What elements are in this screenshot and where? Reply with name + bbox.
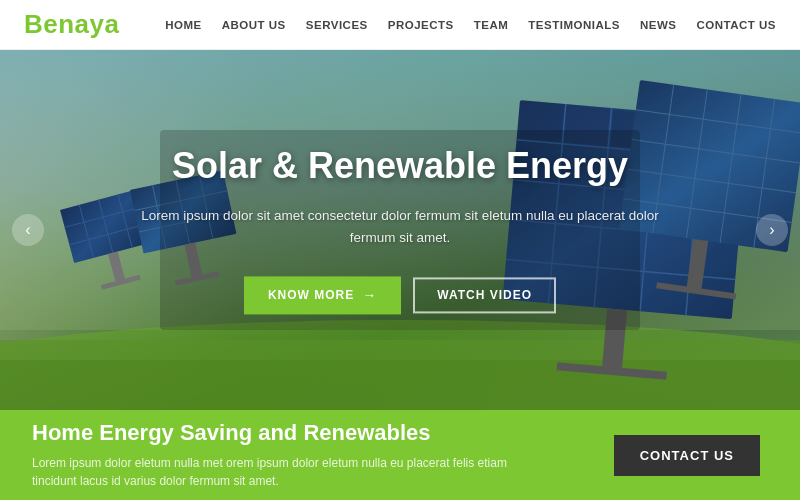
nav-item-news[interactable]: NEWS xyxy=(640,19,677,31)
hero-buttons: KNOW MORE → WATCH VIDEO xyxy=(140,277,660,315)
nav-item-contact[interactable]: CONTACT US xyxy=(696,19,776,31)
header: Benaya HOME ABOUT US SERVICES PROJECTS T… xyxy=(0,0,800,50)
carousel-prev-button[interactable]: ‹ xyxy=(12,214,44,246)
hero-description: Lorem ipsum dolor sit amet consectetur d… xyxy=(140,205,660,248)
hero-section: Solar & Renewable Energy Lorem ipsum dol… xyxy=(0,50,800,410)
contact-us-button[interactable]: CONTACT US xyxy=(614,435,760,476)
nav-item-team[interactable]: TEAM xyxy=(474,19,509,31)
logo[interactable]: Benaya xyxy=(24,9,120,40)
nav-item-about[interactable]: ABOUT US xyxy=(222,19,286,31)
bottom-description: Lorem ipsum dolor eletum nulla met orem … xyxy=(32,454,552,490)
bottom-title: Home Energy Saving and Renewables xyxy=(32,420,614,446)
bottom-text-area: Home Energy Saving and Renewables Lorem … xyxy=(32,420,614,490)
know-more-button[interactable]: KNOW MORE → xyxy=(244,277,401,315)
nav-item-services[interactable]: SERVICES xyxy=(306,19,368,31)
nav: HOME ABOUT US SERVICES PROJECTS TEAM TES… xyxy=(165,19,776,31)
bottom-section: Home Energy Saving and Renewables Lorem … xyxy=(0,410,800,500)
arrow-right-icon: → xyxy=(362,288,377,304)
nav-item-home[interactable]: HOME xyxy=(165,19,202,31)
nav-item-testimonials[interactable]: TESTIMONIALS xyxy=(528,19,620,31)
carousel-next-button[interactable]: › xyxy=(756,214,788,246)
nav-item-projects[interactable]: PROJECTS xyxy=(388,19,454,31)
watch-video-button[interactable]: WATCH VIDEO xyxy=(413,278,556,314)
hero-title: Solar & Renewable Energy xyxy=(140,145,660,187)
hero-content: Solar & Renewable Energy Lorem ipsum dol… xyxy=(140,145,660,314)
